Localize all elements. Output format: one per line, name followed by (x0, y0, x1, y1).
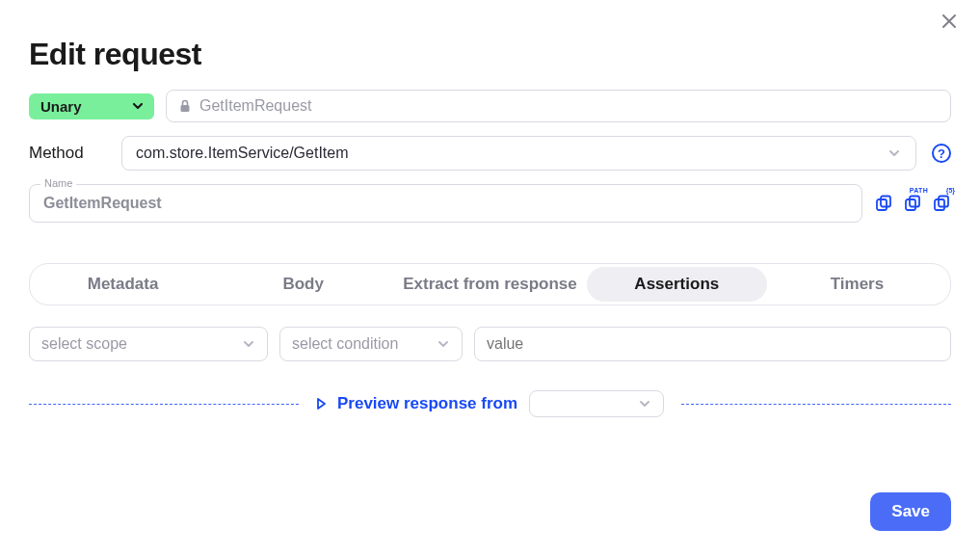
help-icon[interactable]: ? (932, 144, 951, 163)
svg-rect-2 (881, 197, 890, 207)
lock-icon (178, 99, 192, 113)
label-value: GetItemRequest (199, 97, 312, 115)
tab-metadata[interactable]: Metadata (33, 267, 213, 302)
value-input[interactable] (474, 327, 951, 361)
request-type-select[interactable]: Unary (29, 93, 154, 119)
copy-n-icon[interactable]: {5} (932, 194, 951, 213)
svg-rect-5 (935, 199, 944, 210)
divider (29, 404, 299, 405)
preview-source-select[interactable] (529, 390, 664, 417)
svg-rect-1 (877, 199, 887, 210)
chevron-down-icon (242, 337, 255, 351)
method-select[interactable]: com.store.ItemService/GetItem (121, 136, 916, 171)
chevron-down-icon (131, 99, 145, 113)
tab-timers[interactable]: Timers (767, 267, 947, 302)
tab-extract[interactable]: Extract from response (393, 267, 586, 302)
save-button[interactable]: Save (870, 492, 951, 531)
divider (681, 404, 951, 405)
name-input[interactable] (29, 184, 862, 223)
path-badge: PATH (910, 187, 928, 194)
page-title: Edit request (29, 37, 951, 72)
triangle-right-icon (316, 398, 326, 410)
copy-object-icon[interactable] (874, 194, 893, 213)
scope-placeholder: select scope (41, 335, 127, 353)
chevron-down-icon (887, 146, 902, 161)
n-badge: {5} (946, 187, 955, 194)
label-field[interactable]: GetItemRequest (166, 90, 951, 122)
svg-rect-6 (939, 197, 948, 207)
close-button[interactable] (941, 13, 957, 29)
method-value: com.store.ItemService/GetItem (136, 145, 349, 162)
request-type-value: Unary (40, 98, 82, 115)
tabs: Metadata Body Extract from response Asse… (29, 263, 951, 305)
copy-path-icon[interactable]: PATH (903, 194, 922, 213)
chevron-down-icon (638, 397, 651, 410)
condition-select[interactable]: select condition (279, 327, 463, 361)
method-label: Method (29, 144, 106, 163)
chevron-down-icon (437, 337, 450, 351)
svg-rect-4 (910, 197, 919, 207)
scope-select[interactable]: select scope (29, 327, 268, 361)
tab-assertions[interactable]: Assertions (587, 267, 767, 302)
condition-placeholder: select condition (292, 335, 398, 353)
name-float-label: Name (40, 177, 76, 189)
tab-body[interactable]: Body (213, 267, 393, 302)
preview-label: Preview response from (337, 394, 517, 413)
svg-rect-3 (906, 199, 915, 210)
svg-rect-0 (181, 105, 190, 112)
